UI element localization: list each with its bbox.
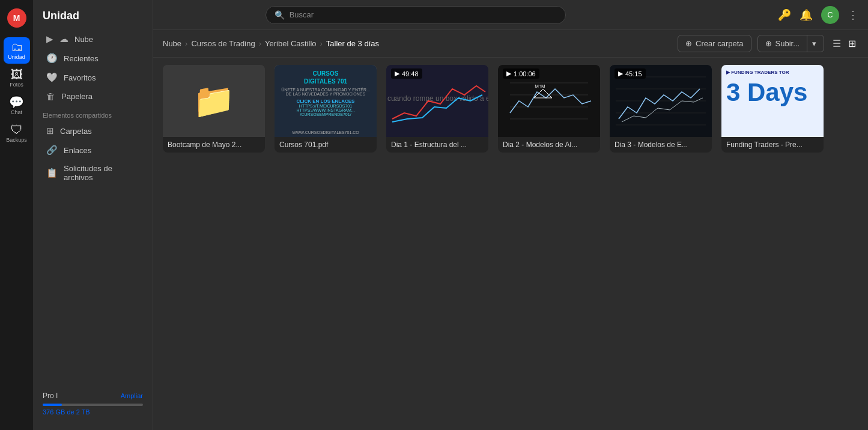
sidebar-item-recientes[interactable]: 🕐 Recientes bbox=[37, 49, 149, 68]
backups-icon: 🛡 bbox=[11, 124, 23, 136]
sidebar-item-favoritos[interactable]: 🤍 Favoritos bbox=[37, 68, 149, 87]
video-duration-dia1: ▶ 49:48 bbox=[391, 68, 422, 79]
list-view-button[interactable]: ☰ bbox=[830, 35, 843, 52]
file-card-funding[interactable]: ▶ FUNDING TRADERS TOR 3 Days Funding Tra… bbox=[721, 65, 824, 153]
file-thumb-dia1: Oferta se crea cuando rompe un box válid… bbox=[386, 65, 488, 137]
file-label-dia3: Dia 3 - Modelos de E... bbox=[610, 137, 712, 153]
more-options-icon[interactable]: ⋮ bbox=[848, 8, 858, 22]
play-icon-dia3: ▶ bbox=[618, 70, 623, 77]
play-icon-dia2: ▶ bbox=[506, 70, 511, 77]
icon-bar-item-chat[interactable]: 💬 Chat bbox=[4, 92, 30, 119]
icon-bar-label-fotos: Fotos bbox=[10, 82, 23, 88]
sidebar-label-recientes: Recientes bbox=[64, 54, 99, 63]
upload-button[interactable]: ⊕ Subir... bbox=[758, 35, 807, 52]
sidebar-section-shared: Elementos compartidos bbox=[33, 106, 153, 121]
nube-chevron-icon: ▶ bbox=[46, 34, 53, 44]
file-thumb-dia3: ▶ 45:15 bbox=[610, 65, 712, 137]
create-folder-label: Crear carpeta bbox=[696, 39, 743, 48]
storage-of-label: de bbox=[67, 408, 76, 416]
breadcrumb-yeribel[interactable]: Yeribel Castillo bbox=[265, 39, 317, 48]
video-preview-dia1: Oferta se crea cuando rompe un box válid… bbox=[386, 65, 488, 137]
header: 🔍 🔑 🔔 C ⋮ bbox=[153, 0, 868, 30]
carpetas-icon: ⊞ bbox=[46, 126, 54, 136]
pdf-cta: CLICK EN LOS ENLACES bbox=[297, 98, 355, 104]
svg-text:Oferta se crea cuando rompe un: Oferta se crea cuando rompe un box válid… bbox=[386, 94, 488, 103]
file-label-dia1: Dia 1 - Estructura del ... bbox=[386, 137, 488, 153]
file-thumb-cursos701: CURSOSDIGITALES 701 ÚNETE A NUESTRA COMU… bbox=[275, 65, 377, 137]
pdf-link2: HTTPS://WWW.INSTAGRAM.../CURSOSEMPRENDE7… bbox=[296, 108, 354, 117]
icon-bar-item-fotos[interactable]: 🖼 Fotos bbox=[4, 65, 30, 91]
unidad-icon: 🗂 bbox=[11, 41, 23, 53]
sidebar-label-carpetas: Carpetas bbox=[60, 127, 92, 136]
funding-header-logo: ▶ FUNDING TRADERS TOR bbox=[726, 70, 789, 75]
folder-icon: 📁 bbox=[193, 81, 235, 121]
user-avatar-icon[interactable]: M bbox=[7, 8, 26, 28]
notification-icon[interactable]: 🔔 bbox=[800, 8, 813, 22]
file-grid: 📁 Bootcamp de Mayo 2... CURSOSDIGITALES … bbox=[163, 65, 858, 153]
file-card-dia3[interactable]: ▶ 45:15 Dia 3 - Modelos de E... bbox=[610, 65, 712, 153]
sidebar-label-papelera: Papelera bbox=[61, 92, 93, 101]
fotos-icon: 🖼 bbox=[11, 68, 23, 80]
pdf-preview: CURSOSDIGITALES 701 ÚNETE A NUESTRA COMU… bbox=[275, 65, 377, 137]
sidebar-label-solicitudes: Solicitudes de archivos bbox=[64, 164, 139, 182]
breadcrumb-sep-2: › bbox=[259, 39, 261, 48]
sidebar-label-nube: Nube bbox=[74, 35, 93, 44]
breadcrumb-nube[interactable]: Nube bbox=[163, 39, 181, 48]
storage-total: 2 TB bbox=[76, 408, 90, 416]
favoritos-icon: 🤍 bbox=[46, 72, 58, 83]
breadcrumb-actions: ⊕ Crear carpeta ⊕ Subir... ▾ ☰ ⊞ bbox=[678, 35, 858, 52]
search-bar[interactable]: 🔍 bbox=[266, 6, 566, 24]
icon-bar-item-unidad[interactable]: 🗂 Unidad bbox=[4, 37, 30, 64]
key-icon[interactable]: 🔑 bbox=[778, 8, 791, 22]
file-thumb-dia2: M↑M ▶ 1:00:06 bbox=[498, 65, 600, 137]
chevron-down-icon: ▾ bbox=[812, 39, 816, 48]
sidebar-item-enlaces[interactable]: 🔗 Enlaces bbox=[37, 141, 149, 160]
pdf-title: CURSOSDIGITALES 701 bbox=[304, 70, 347, 85]
upload-label: Subir... bbox=[775, 39, 800, 48]
sidebar-item-solicitudes[interactable]: 📋 Solicitudes de archivos bbox=[37, 160, 149, 186]
header-user-avatar[interactable]: C bbox=[821, 6, 839, 24]
breadcrumb-bar: Nube › Cursos de Trading › Yeribel Casti… bbox=[153, 30, 868, 58]
sidebar-item-papelera[interactable]: 🗑 Papelera bbox=[37, 87, 149, 106]
file-card-cursos701[interactable]: CURSOSDIGITALES 701 ÚNETE A NUESTRA COMU… bbox=[275, 65, 377, 153]
file-card-dia2[interactable]: M↑M ▶ 1:00:06 Dia 2 - Modelos de Al... bbox=[498, 65, 600, 153]
sidebar-title: Unidad bbox=[33, 7, 153, 29]
video-preview-funding: ▶ FUNDING TRADERS TOR 3 Days bbox=[721, 65, 824, 137]
video-preview-dia3: ▶ 45:15 bbox=[610, 65, 712, 137]
chat-icon: 💬 bbox=[9, 96, 24, 108]
file-card-dia1[interactable]: Oferta se crea cuando rompe un box válid… bbox=[386, 65, 488, 153]
grid-view-button[interactable]: ⊞ bbox=[846, 35, 858, 52]
breadcrumb-taller[interactable]: Taller de 3 días bbox=[326, 39, 379, 48]
file-label-cursos701: Cursos 701.pdf bbox=[275, 137, 377, 153]
icon-bar-item-backups[interactable]: 🛡 Backups bbox=[4, 120, 30, 147]
icon-bar-label-unidad: Unidad bbox=[8, 54, 25, 60]
video-duration-dia2: ▶ 1:00:06 bbox=[503, 68, 539, 79]
icon-bar: M 🗂 Unidad 🖼 Fotos 💬 Chat 🛡 Backups bbox=[0, 0, 33, 430]
file-thumb-bootcamp: 📁 bbox=[163, 65, 265, 137]
search-icon: 🔍 bbox=[275, 10, 285, 20]
storage-upgrade-button[interactable]: Ampliar bbox=[121, 392, 143, 399]
video-preview-dia2: M↑M ▶ 1:00:06 bbox=[498, 65, 600, 137]
pdf-body: ÚNETE A NUESTRA COMUNIDAD Y ENTÉR...DE L… bbox=[281, 88, 370, 96]
storage-used: 376 GB bbox=[43, 408, 65, 416]
breadcrumb-sep-1: › bbox=[185, 39, 187, 48]
icon-bar-avatar[interactable]: M bbox=[4, 5, 30, 31]
header-right: 🔑 🔔 C ⋮ bbox=[778, 6, 858, 24]
main-area: 🔍 🔑 🔔 C ⋮ Nube › Cursos de Trading › Yer… bbox=[153, 0, 868, 430]
file-label-bootcamp: Bootcamp de Mayo 2... bbox=[163, 137, 265, 153]
file-label-funding: Funding Traders - Pre... bbox=[721, 137, 824, 153]
search-input[interactable] bbox=[290, 10, 557, 19]
upload-chevron-button[interactable]: ▾ bbox=[807, 35, 824, 52]
video-duration-dia3: ▶ 45:15 bbox=[615, 68, 646, 79]
recientes-icon: 🕐 bbox=[46, 53, 58, 64]
file-card-bootcamp[interactable]: 📁 Bootcamp de Mayo 2... bbox=[163, 65, 265, 153]
create-folder-button[interactable]: ⊕ Crear carpeta bbox=[678, 35, 751, 52]
sidebar-item-nube[interactable]: ▶ ☁ Nube bbox=[37, 29, 149, 49]
svg-text:M↑M: M↑M bbox=[535, 83, 545, 89]
upload-icon: ⊕ bbox=[765, 39, 772, 48]
create-folder-icon: ⊕ bbox=[685, 39, 692, 48]
storage-text: 376 GB de 2 TB bbox=[43, 408, 143, 416]
sidebar-item-carpetas[interactable]: ⊞ Carpetas bbox=[37, 121, 149, 141]
enlaces-icon: 🔗 bbox=[46, 145, 58, 156]
breadcrumb-cursos[interactable]: Cursos de Trading bbox=[191, 39, 255, 48]
